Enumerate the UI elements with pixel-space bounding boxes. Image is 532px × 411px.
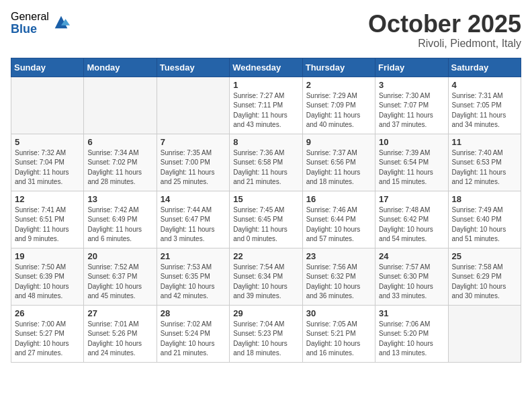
calendar: SundayMondayTuesdayWednesdayThursdayFrid… bbox=[11, 58, 521, 363]
calendar-cell bbox=[157, 77, 229, 134]
calendar-cell: 23Sunrise: 7:56 AM Sunset: 6:32 PM Dayli… bbox=[302, 248, 375, 305]
calendar-week-row: 12Sunrise: 7:41 AM Sunset: 6:51 PM Dayli… bbox=[11, 191, 521, 248]
calendar-cell: 2Sunrise: 7:29 AM Sunset: 7:09 PM Daylig… bbox=[302, 77, 375, 134]
calendar-cell: 13Sunrise: 7:42 AM Sunset: 6:49 PM Dayli… bbox=[84, 191, 157, 248]
day-info: Sunrise: 7:41 AM Sunset: 6:51 PM Dayligh… bbox=[15, 205, 80, 244]
calendar-week-row: 5Sunrise: 7:32 AM Sunset: 7:04 PM Daylig… bbox=[11, 134, 521, 191]
calendar-cell: 12Sunrise: 7:41 AM Sunset: 6:51 PM Dayli… bbox=[11, 191, 84, 248]
day-info: Sunrise: 7:57 AM Sunset: 6:30 PM Dayligh… bbox=[379, 263, 444, 302]
calendar-cell: 10Sunrise: 7:39 AM Sunset: 6:54 PM Dayli… bbox=[375, 134, 448, 191]
day-info: Sunrise: 7:54 AM Sunset: 6:34 PM Dayligh… bbox=[233, 263, 298, 302]
day-number: 17 bbox=[379, 194, 444, 204]
calendar-cell bbox=[84, 77, 157, 134]
day-number: 19 bbox=[15, 251, 80, 261]
day-number: 11 bbox=[452, 137, 517, 147]
day-info: Sunrise: 7:30 AM Sunset: 7:07 PM Dayligh… bbox=[379, 91, 444, 130]
day-info: Sunrise: 7:56 AM Sunset: 6:32 PM Dayligh… bbox=[306, 263, 371, 302]
day-number: 24 bbox=[379, 251, 444, 261]
weekday-header: Monday bbox=[84, 58, 157, 77]
calendar-cell: 4Sunrise: 7:31 AM Sunset: 7:05 PM Daylig… bbox=[448, 77, 521, 134]
calendar-cell: 19Sunrise: 7:50 AM Sunset: 6:39 PM Dayli… bbox=[11, 248, 84, 305]
calendar-cell: 20Sunrise: 7:52 AM Sunset: 6:37 PM Dayli… bbox=[84, 248, 157, 305]
day-number: 5 bbox=[15, 137, 80, 147]
day-info: Sunrise: 7:37 AM Sunset: 6:56 PM Dayligh… bbox=[306, 148, 371, 187]
day-info: Sunrise: 7:52 AM Sunset: 6:37 PM Dayligh… bbox=[87, 263, 152, 302]
logo-icon bbox=[52, 13, 71, 32]
calendar-cell: 5Sunrise: 7:32 AM Sunset: 7:04 PM Daylig… bbox=[11, 134, 84, 191]
day-info: Sunrise: 7:46 AM Sunset: 6:44 PM Dayligh… bbox=[306, 205, 371, 244]
calendar-cell: 11Sunrise: 7:40 AM Sunset: 6:53 PM Dayli… bbox=[448, 134, 521, 191]
day-number: 21 bbox=[161, 251, 226, 261]
weekday-header: Friday bbox=[375, 58, 448, 77]
day-info: Sunrise: 7:40 AM Sunset: 6:53 PM Dayligh… bbox=[452, 148, 517, 187]
calendar-week-row: 19Sunrise: 7:50 AM Sunset: 6:39 PM Dayli… bbox=[11, 248, 521, 305]
calendar-cell bbox=[448, 305, 521, 362]
day-info: Sunrise: 7:49 AM Sunset: 6:40 PM Dayligh… bbox=[452, 205, 517, 244]
calendar-cell: 16Sunrise: 7:46 AM Sunset: 6:44 PM Dayli… bbox=[302, 191, 375, 248]
day-number: 13 bbox=[87, 194, 152, 204]
day-info: Sunrise: 7:06 AM Sunset: 5:20 PM Dayligh… bbox=[379, 320, 444, 359]
day-number: 14 bbox=[161, 194, 226, 204]
day-number: 28 bbox=[161, 308, 226, 318]
day-number: 18 bbox=[452, 194, 517, 204]
day-number: 20 bbox=[87, 251, 152, 261]
calendar-cell: 28Sunrise: 7:02 AM Sunset: 5:24 PM Dayli… bbox=[157, 305, 229, 362]
calendar-cell: 1Sunrise: 7:27 AM Sunset: 7:11 PM Daylig… bbox=[230, 77, 302, 134]
weekday-header: Wednesday bbox=[230, 58, 302, 77]
calendar-cell: 18Sunrise: 7:49 AM Sunset: 6:40 PM Dayli… bbox=[448, 191, 521, 248]
day-number: 25 bbox=[452, 251, 517, 261]
day-number: 16 bbox=[306, 194, 371, 204]
calendar-cell: 30Sunrise: 7:05 AM Sunset: 5:21 PM Dayli… bbox=[302, 305, 375, 362]
day-number: 31 bbox=[379, 308, 444, 318]
day-info: Sunrise: 7:53 AM Sunset: 6:35 PM Dayligh… bbox=[161, 263, 226, 302]
day-info: Sunrise: 7:31 AM Sunset: 7:05 PM Dayligh… bbox=[452, 91, 517, 130]
location-title: Rivoli, Piedmont, Italy bbox=[368, 38, 521, 50]
day-number: 23 bbox=[306, 251, 371, 261]
weekday-header: Tuesday bbox=[157, 58, 229, 77]
weekday-header: Thursday bbox=[302, 58, 375, 77]
day-info: Sunrise: 7:02 AM Sunset: 5:24 PM Dayligh… bbox=[161, 320, 226, 359]
day-number: 6 bbox=[87, 137, 152, 147]
calendar-cell: 24Sunrise: 7:57 AM Sunset: 6:30 PM Dayli… bbox=[375, 248, 448, 305]
day-info: Sunrise: 7:42 AM Sunset: 6:49 PM Dayligh… bbox=[87, 205, 152, 244]
calendar-cell: 25Sunrise: 7:58 AM Sunset: 6:29 PM Dayli… bbox=[448, 248, 521, 305]
calendar-cell: 27Sunrise: 7:01 AM Sunset: 5:26 PM Dayli… bbox=[84, 305, 157, 362]
page-header: General Blue October 2025 Rivoli, Piedmo… bbox=[11, 11, 521, 50]
calendar-week-row: 1Sunrise: 7:27 AM Sunset: 7:11 PM Daylig… bbox=[11, 77, 521, 134]
day-number: 22 bbox=[233, 251, 298, 261]
day-number: 3 bbox=[379, 80, 444, 90]
weekday-header: Sunday bbox=[11, 58, 84, 77]
logo: General Blue bbox=[11, 11, 71, 36]
day-number: 10 bbox=[379, 137, 444, 147]
day-info: Sunrise: 7:39 AM Sunset: 6:54 PM Dayligh… bbox=[379, 148, 444, 187]
day-info: Sunrise: 7:45 AM Sunset: 6:45 PM Dayligh… bbox=[233, 205, 298, 244]
day-number: 12 bbox=[15, 194, 80, 204]
day-info: Sunrise: 7:34 AM Sunset: 7:02 PM Dayligh… bbox=[87, 148, 152, 187]
calendar-cell: 17Sunrise: 7:48 AM Sunset: 6:42 PM Dayli… bbox=[375, 191, 448, 248]
day-info: Sunrise: 7:50 AM Sunset: 6:39 PM Dayligh… bbox=[15, 263, 80, 302]
calendar-cell: 9Sunrise: 7:37 AM Sunset: 6:56 PM Daylig… bbox=[302, 134, 375, 191]
logo-general: General bbox=[11, 11, 49, 23]
day-info: Sunrise: 7:05 AM Sunset: 5:21 PM Dayligh… bbox=[306, 320, 371, 359]
day-number: 26 bbox=[15, 308, 80, 318]
day-info: Sunrise: 7:35 AM Sunset: 7:00 PM Dayligh… bbox=[161, 148, 226, 187]
day-info: Sunrise: 7:04 AM Sunset: 5:23 PM Dayligh… bbox=[233, 320, 298, 359]
day-number: 29 bbox=[233, 308, 298, 318]
day-number: 4 bbox=[452, 80, 517, 90]
calendar-cell: 3Sunrise: 7:30 AM Sunset: 7:07 PM Daylig… bbox=[375, 77, 448, 134]
calendar-cell: 6Sunrise: 7:34 AM Sunset: 7:02 PM Daylig… bbox=[84, 134, 157, 191]
calendar-cell: 15Sunrise: 7:45 AM Sunset: 6:45 PM Dayli… bbox=[230, 191, 302, 248]
day-number: 2 bbox=[306, 80, 371, 90]
day-number: 30 bbox=[306, 308, 371, 318]
day-number: 7 bbox=[161, 137, 226, 147]
calendar-cell: 8Sunrise: 7:36 AM Sunset: 6:58 PM Daylig… bbox=[230, 134, 302, 191]
day-info: Sunrise: 7:00 AM Sunset: 5:27 PM Dayligh… bbox=[15, 320, 80, 359]
calendar-cell: 14Sunrise: 7:44 AM Sunset: 6:47 PM Dayli… bbox=[157, 191, 229, 248]
weekday-header: Saturday bbox=[448, 58, 521, 77]
calendar-cell: 31Sunrise: 7:06 AM Sunset: 5:20 PM Dayli… bbox=[375, 305, 448, 362]
calendar-cell: 7Sunrise: 7:35 AM Sunset: 7:00 PM Daylig… bbox=[157, 134, 229, 191]
day-info: Sunrise: 7:36 AM Sunset: 6:58 PM Dayligh… bbox=[233, 148, 298, 187]
title-section: October 2025 Rivoli, Piedmont, Italy bbox=[368, 11, 521, 50]
calendar-week-row: 26Sunrise: 7:00 AM Sunset: 5:27 PM Dayli… bbox=[11, 305, 521, 362]
day-info: Sunrise: 7:48 AM Sunset: 6:42 PM Dayligh… bbox=[379, 205, 444, 244]
